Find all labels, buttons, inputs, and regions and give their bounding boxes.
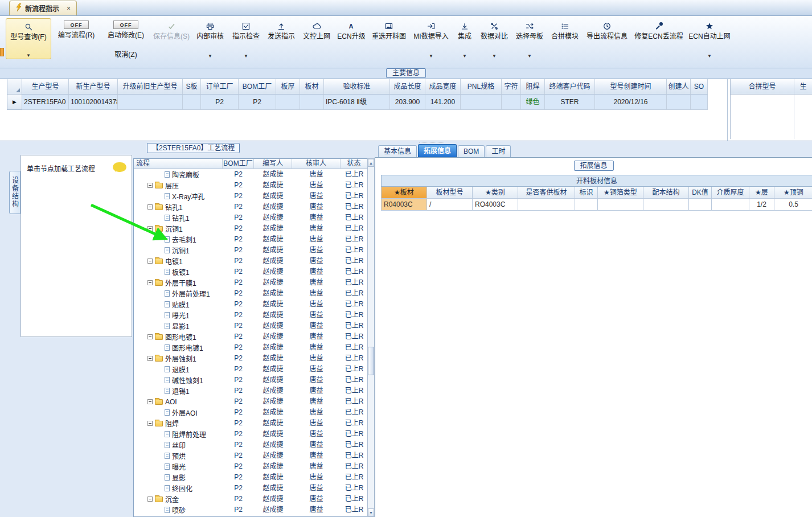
tree-row[interactable]: 去毛刺1P2赵成捷唐益已上R — [134, 234, 367, 245]
scroll-up-icon[interactable]: ▲ — [368, 159, 374, 167]
tree-column-header[interactable]: BOM工厂 — [223, 159, 254, 169]
column-header[interactable]: 板材 — [300, 79, 324, 95]
column-header[interactable]: 成品长度 — [390, 79, 425, 95]
tree-row[interactable]: 曝光1P2赵成捷唐益已上R — [134, 310, 367, 321]
column-header[interactable]: 验收标准 — [324, 79, 390, 95]
ribbon-button-data-compare[interactable]: 数据对比▼ — [477, 18, 511, 59]
collapse-icon[interactable] — [147, 183, 153, 188]
ribbon-button-instruction-check[interactable]: 指示检查▼ — [229, 18, 263, 59]
tree-column-header[interactable]: 编写人 — [254, 159, 292, 169]
tab-expand-info[interactable]: 拓展信息 — [418, 144, 457, 157]
tree-row[interactable]: 显影1P2赵成捷唐益已上R — [134, 321, 367, 331]
ribbon-button-label[interactable]: 取消(Z) — [114, 50, 137, 59]
ribbon-button-mi-data-import[interactable]: MI数据导入▼ — [410, 18, 452, 59]
tree-row[interactable]: 外层AOIP2赵成捷唐益已上R — [134, 407, 367, 418]
column-header[interactable]: 阻焊 — [521, 79, 545, 95]
tree-row[interactable]: 曝光P2赵成捷唐益已上R — [134, 461, 367, 472]
material-column-header[interactable]: 板材型号 — [427, 187, 473, 199]
material-column-header[interactable]: ★类别 — [473, 187, 518, 199]
tree-row[interactable]: 阻焊前处理P2赵成捷唐益已上R — [134, 429, 367, 440]
tree-row[interactable]: 电镀1P2赵成捷唐益已上R — [134, 256, 367, 266]
tree-row[interactable]: 外层蚀刻1P2赵成捷唐益已上R — [134, 353, 367, 364]
material-column-header[interactable]: ★板材 — [382, 187, 427, 199]
tree-column-header[interactable]: 流程 — [134, 159, 223, 169]
collapse-icon[interactable] — [147, 399, 153, 404]
dropdown-arrow-icon[interactable]: ▼ — [527, 53, 532, 59]
ribbon-button-ecn-auto-upload[interactable]: ECN自动上网▼ — [687, 18, 732, 59]
dropdown-arrow-icon[interactable]: ▼ — [429, 53, 433, 59]
tree-row[interactable]: 钻孔1P2赵成捷唐益已上R — [134, 202, 367, 212]
tree-row[interactable]: 板镀1P2赵成捷唐益已上R — [134, 266, 367, 277]
column-header[interactable]: 板厚 — [276, 79, 300, 95]
ribbon-button-internal-audit[interactable]: 内部审核▼ — [192, 18, 228, 59]
tree-row[interactable]: 退膜1P2赵成捷唐益已上R — [134, 364, 367, 375]
dropdown-arrow-icon[interactable]: ▼ — [707, 53, 712, 59]
material-column-header[interactable]: ★层 — [749, 187, 774, 199]
tree-row[interactable]: 外层前处理1P2赵成捷唐益已上R — [134, 288, 367, 299]
collapse-icon[interactable] — [147, 497, 153, 502]
dropdown-arrow-icon[interactable]: ▼ — [208, 53, 212, 59]
tree-row[interactable]: 钻孔1P2赵成捷唐益已上R — [134, 212, 367, 223]
ribbon-button-send-instruction[interactable]: 发送指示 — [264, 18, 298, 59]
collapse-icon[interactable] — [147, 356, 153, 361]
column-header[interactable]: 成品宽度 — [425, 79, 461, 95]
scrollbar-thumb[interactable] — [368, 347, 374, 375]
grid-corner[interactable] — [7, 79, 22, 95]
tree-row[interactable]: 图形电镀1P2赵成捷唐益已上R — [134, 331, 367, 342]
ribbon-button-reselect-cutting[interactable]: 重选开料图 — [369, 18, 409, 59]
tab-close-icon[interactable]: × — [67, 5, 71, 13]
material-column-header[interactable]: 标识 — [575, 187, 598, 199]
dropdown-arrow-icon[interactable]: ▼ — [244, 53, 248, 59]
tree-row[interactable]: 沉铜1P2赵成捷唐益已上R — [134, 245, 367, 256]
material-row[interactable]: R04003C/RO4003C1/20.5 — [381, 199, 812, 211]
dropdown-arrow-icon[interactable]: ▼ — [26, 52, 31, 59]
column-header[interactable]: BOM工厂 — [239, 79, 276, 95]
ribbon-button-save-info[interactable]: 保存信息(S) — [151, 18, 191, 59]
column-header[interactable]: 终端客户代码 — [545, 79, 595, 95]
tree-row[interactable]: 陶瓷磨板P2赵成捷唐益已上R — [134, 169, 367, 180]
column-header[interactable]: 字符 — [502, 79, 521, 95]
ribbon-button-doc-control-upload[interactable]: 文控上网 — [300, 18, 334, 59]
tree-scrollbar[interactable]: ▲ ▼ — [367, 158, 375, 517]
tree-row[interactable]: AOIP2赵成捷唐益已上R — [134, 396, 367, 407]
ribbon-button-start-modify[interactable]: OFF启动修改(E)取消(Z) — [101, 18, 150, 59]
sidebar-tab-device-structure[interactable]: 设备结构 — [9, 171, 20, 214]
column-header[interactable]: 型号创建时间 — [595, 79, 667, 95]
column-header[interactable]: 新生产型号 — [69, 79, 118, 95]
column-header[interactable]: 合拼型号 — [731, 79, 794, 95]
collapse-icon[interactable] — [147, 226, 153, 231]
tree-row[interactable]: 外层干膜1P2赵成捷唐益已上R — [134, 277, 367, 288]
column-header[interactable]: PNL规格 — [461, 79, 502, 95]
collapse-icon[interactable] — [147, 280, 153, 285]
column-header[interactable]: 升级前旧生产型号 — [118, 79, 183, 95]
ribbon-button-ecn-upgrade[interactable]: AECN升级 — [335, 18, 368, 59]
tab-bom[interactable]: BOM — [458, 145, 485, 157]
tree-row[interactable]: 沉铜1P2赵成捷唐益已上R — [134, 223, 367, 234]
scroll-down-icon[interactable]: ▼ — [368, 508, 374, 516]
off-toggle-icon[interactable]: OFF — [64, 20, 89, 29]
tab-basic-info[interactable]: 基本信息 — [378, 145, 417, 157]
tree-row[interactable]: 沉金P2赵成捷唐益已上R — [134, 494, 367, 504]
ribbon-button-select-mother-board[interactable]: 选择母板▼ — [512, 18, 547, 59]
column-header[interactable]: 订单工厂 — [201, 79, 239, 95]
material-column-header[interactable]: 是否客供板材 — [518, 187, 575, 199]
tree-row[interactable]: 碱性蚀刻1P2赵成捷唐益已上R — [134, 375, 367, 385]
ribbon-button-merge-module[interactable]: 合拼模块 — [548, 18, 582, 59]
material-column-header[interactable]: 介质厚度 — [712, 187, 749, 199]
collapse-icon[interactable] — [147, 421, 153, 426]
column-header[interactable]: 创建人 — [667, 79, 691, 95]
material-column-header[interactable]: 配本结构 — [643, 187, 689, 199]
dropdown-arrow-icon[interactable]: ▼ — [492, 53, 497, 59]
off-toggle-icon[interactable]: OFF — [113, 20, 138, 29]
tree-row[interactable]: 预烘P2赵成捷唐益已上R — [134, 450, 367, 461]
tree-row[interactable]: 层压P2赵成捷唐益已上R — [134, 180, 367, 191]
collapse-icon[interactable] — [147, 334, 153, 339]
tree-column-header[interactable]: 核审人 — [292, 159, 341, 169]
tree-row[interactable]: X-Ray冲孔P2赵成捷唐益已上R — [134, 191, 367, 202]
ribbon-button-write-flow[interactable]: OFF编写流程(R) — [52, 18, 100, 59]
ribbon-button-model-query[interactable]: 型号查询(F)▼ — [6, 18, 51, 59]
tree-row[interactable]: 丝印P2赵成捷唐益已上R — [134, 440, 367, 450]
tree-row[interactable]: 贴膜1P2赵成捷唐益已上R — [134, 299, 367, 310]
column-header[interactable]: S板 — [183, 79, 201, 95]
material-column-header[interactable]: ★顶铜 — [774, 187, 812, 199]
